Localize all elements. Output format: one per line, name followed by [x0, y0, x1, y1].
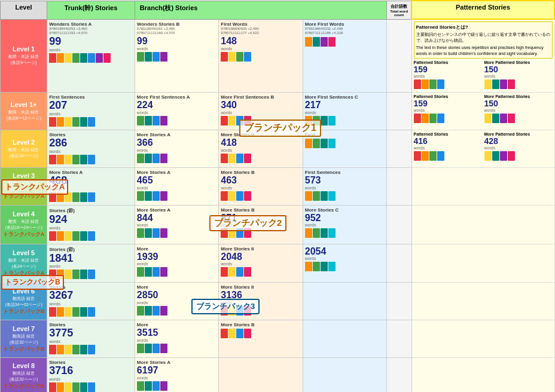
table-body: Level 1 翻英・米語 録音 (各話9ページ) Wonders Storie…	[1, 19, 555, 392]
patterned-cell-level-1: Patterned Storiesとは? 主要動詞のセンテンスの中で繰り返しに絞…	[411, 19, 554, 93]
branch1-cell-level-8: More Stories A6197words	[135, 357, 218, 392]
branch1-cell-level-3: More Stories A465words	[135, 167, 218, 205]
level-row-level-2: Level 2 翻英・米語 録音 (各話16ページ) Stories286wor…	[1, 130, 555, 168]
branch1-cell-level-7: More3515words	[135, 320, 218, 358]
branch3-cell-level-3: First Sentences573words	[303, 167, 386, 205]
level-cell-level-3: Level 3 翻英・米語 録音 (各話16ページ) トランクパックA	[1, 167, 47, 205]
level-cell-level-6: Level 6 翻英語 録音 (各話34〜32ページ) トランクパックB	[1, 283, 47, 320]
branch2-cell-level-5: More Stories II2048words	[219, 244, 303, 283]
branch3-cell-level-8-empty	[303, 357, 386, 392]
wordcount-cell-level-4	[387, 205, 411, 244]
branch1-cell-level-1: Wonders Stories B9780198440261 +3,460978…	[135, 19, 218, 93]
branch1-cell-level-2: More Stories A366words	[135, 130, 218, 168]
patterned-cell-level-5	[411, 244, 554, 283]
header-wordcount: 合計語数 Total word count	[387, 1, 411, 19]
patterned-cell-level-4	[411, 205, 554, 244]
wordcount-cell-level-1	[387, 19, 411, 93]
trunk-cell-level-4: Stories (節)924words	[47, 205, 135, 244]
header-branch: Branch(枝) Stories	[135, 1, 386, 19]
wordcount-cell-level-1plus	[387, 93, 411, 130]
trunk-cell-level-1plus: First Sentences207words	[47, 93, 135, 130]
branch2-cell-level-6: More Stories II3136words	[219, 283, 303, 320]
total-word-label: Total word count	[388, 10, 410, 17]
patterned-cell-level-3	[411, 167, 554, 205]
branch2-cell-level-8-empty	[219, 357, 303, 392]
branch1-cell-level-4: More Stories A844words	[135, 205, 218, 244]
branch1-cell-level-1plus: More First Sentences A224words	[135, 93, 218, 130]
wordcount-cell-level-8	[387, 357, 411, 392]
level-cell-level-7: Level 7 翻英語 録音 (各話32ページ) トランクパックB	[1, 320, 47, 358]
branch2-cell-level-3: More Stories B463words	[219, 167, 303, 205]
trunk-cell-level-2: Stories286words	[47, 130, 135, 168]
wordcount-cell-level-5	[387, 244, 411, 283]
level-cell-level-8: Level 8 翻英語 録音 (各話32ページ) トランクパックB	[1, 357, 47, 392]
level-row-level-7: Level 7 翻英語 録音 (各話32ページ) トランクパックB Storie…	[1, 320, 555, 358]
trunk-cell-level-6: Stories3267words	[47, 283, 135, 320]
wordcount-cell-level-6	[387, 283, 411, 320]
trunk-cell-level-8: Stories3716words	[47, 357, 135, 392]
main-table: Level Trunk(幹) Stories Branch(枝) Stories…	[0, 0, 555, 392]
header-row: Level Trunk(幹) Stories Branch(枝) Stories…	[1, 1, 555, 19]
wordcount-cell-level-3	[387, 167, 411, 205]
level-cell-level-1: Level 1 翻英・米語 録音 (各話9ページ)	[1, 19, 47, 93]
wordcount-cell-level-2	[387, 130, 411, 168]
branch1-cell-level-6: More2850words	[135, 283, 218, 320]
level-cell-level-2: Level 2 翻英・米語 録音 (各話16ページ)	[1, 130, 47, 168]
patterned-cell-level-6	[411, 283, 554, 320]
patterned-cell-level-8	[411, 357, 554, 392]
branch1-cell-level-5: More1939words	[135, 244, 218, 283]
level-row-level-6: Level 6 翻英語 録音 (各話34〜32ページ) トランクパックB Sto…	[1, 283, 555, 320]
branch3-cell-level-5: 2054words	[303, 244, 386, 283]
branch3-cell-level-1plus: More First Sentences C217words	[303, 93, 386, 130]
word-count-label: 合計語数	[388, 4, 410, 10]
level-cell-level-4: Level 4 翻英・米語 録音 (各話16〜24ページ) トランクパックA	[1, 205, 47, 244]
trunk-cell-level-3: More Stories A468words	[47, 167, 135, 205]
trunk-cell-level-5: Stories (節)1841words	[47, 244, 135, 283]
level-cell-level-1plus: Level 1+ 翻英・米語 録音 (各話8〜12ページ)	[1, 93, 47, 130]
branch2-cell-level-4: More Stories B871words	[219, 205, 303, 244]
level-cell-level-5: Level 5 翻英・米語 録音 (各24ページ) トランクパックA	[1, 244, 47, 283]
branch2-cell-level-2: More Stories B418words	[219, 130, 303, 168]
patterned-cell-level-2: Patterned Stories 416words More Patterne…	[411, 130, 554, 168]
header-trunk: Trunk(幹) Stories	[47, 1, 135, 19]
patterned-cell-level-1plus: Patterned Stories 159words More Patterne…	[411, 93, 554, 130]
level-row-level-5: Level 5 翻英・米語 録音 (各24ページ) トランクパックA Stori…	[1, 244, 555, 283]
branch2-cell-level-7: More Stories B	[219, 320, 303, 358]
level-row-level-4: Level 4 翻英・米語 録音 (各話16〜24ページ) トランクパックA S…	[1, 205, 555, 244]
level-row-level-8: Level 8 翻英語 録音 (各話32ページ) トランクパックB Storie…	[1, 357, 555, 392]
wordcount-cell-level-7	[387, 320, 411, 358]
branch3-cell-level-7-empty	[303, 320, 386, 358]
trunk-cell-level-7: Stories3775words	[47, 320, 135, 358]
header-patterned: Patterned Stories	[411, 1, 554, 19]
header-level: Level	[1, 1, 47, 19]
branch2-cell-level-1: First Words9780198640533 +2,460978071111…	[219, 19, 303, 93]
branch3-cell-level-1: More First Words9780198640232 +2,4999780…	[303, 19, 386, 93]
branch3-cell-level-2: First	[303, 130, 386, 168]
branch3-cell-level-4: More Stories C952words	[303, 205, 386, 244]
level-row-level-3: Level 3 翻英・米語 録音 (各話16ページ) トランクパックA More…	[1, 167, 555, 205]
branch3-cell-level-6-empty	[303, 283, 386, 320]
level-row-level-1plus: Level 1+ 翻英・米語 録音 (各話8〜12ページ) First Sent…	[1, 93, 555, 130]
level-row-level-1: Level 1 翻英・米語 録音 (各話9ページ) Wonders Storie…	[1, 19, 555, 93]
trunk-cell-level-1: Wonders Stories A9780198440253 +3,460978…	[47, 19, 135, 93]
branch2-cell-level-1plus: More First Sentences B340words	[219, 93, 303, 130]
patterned-cell-level-7	[411, 320, 554, 358]
